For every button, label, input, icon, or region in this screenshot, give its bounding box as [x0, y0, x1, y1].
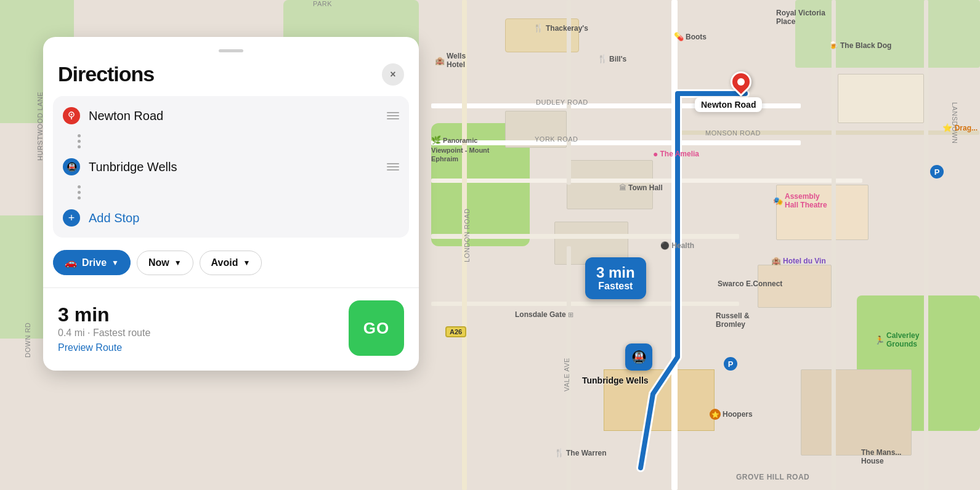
drive-button[interactable]: 🚗 Drive ▼: [53, 250, 131, 275]
avoid-button[interactable]: Avoid ▼: [200, 251, 262, 275]
preview-route-link[interactable]: Preview Route: [58, 342, 150, 353]
add-stop-label: Add Stop: [89, 211, 139, 225]
origin-icon: [63, 107, 80, 124]
route-distance: 0.4 mi · Fastest route: [58, 327, 150, 339]
drive-label: Drive: [82, 257, 107, 268]
route-dots-2: [53, 185, 409, 199]
poi-thackerays[interactable]: 🍴 Thackeray's: [533, 23, 588, 33]
poi-amelia[interactable]: ● The Amelia: [653, 149, 699, 159]
now-label: Now: [148, 257, 169, 268]
poi-lonsdale[interactable]: Lonsdale Gate ⊞: [515, 310, 573, 319]
add-stop-icon: +: [63, 209, 80, 227]
destination-pin-label: Tunbridge Wells: [582, 376, 649, 385]
avoid-chevron-icon: ▼: [243, 259, 250, 267]
drag-handle[interactable]: [219, 49, 243, 52]
now-button[interactable]: Now ▼: [137, 251, 193, 275]
poi-black-dog[interactable]: 🍺 The Black Dog: [828, 41, 891, 50]
drive-icon: 🚗: [65, 257, 77, 268]
route-dots: [53, 134, 409, 148]
poi-warren[interactable]: 🍴 The Warren: [554, 448, 607, 457]
destination-pin[interactable]: 🚇: [625, 343, 652, 371]
route-time: 3 min: [58, 303, 150, 326]
poi-hoopers[interactable]: ⭐ Hoopers: [710, 409, 753, 420]
waypoint-origin[interactable]: Newton Road: [53, 98, 409, 133]
road-badge-a26: A26: [445, 326, 466, 337]
destination-drag-handle[interactable]: [387, 163, 399, 171]
poi-panoramic[interactable]: 🌿 Panoramic Viewpoint - Mount Ephraim: [431, 135, 505, 163]
poi-town-hall[interactable]: 🏛 Town Hall: [619, 183, 663, 192]
go-button[interactable]: GO: [349, 300, 404, 356]
parking-badge-2: P: [724, 357, 737, 371]
poi-swarco[interactable]: Swarco E.Connect: [718, 279, 782, 288]
parking-badge-1: P: [930, 165, 944, 179]
poi-wells-hotel[interactable]: 🏨 WellsHotel: [435, 52, 466, 69]
poi-boots[interactable]: 💊 Boots: [674, 32, 707, 41]
poi-dragon[interactable]: ⭐ Drag...: [942, 123, 980, 132]
poi-health[interactable]: ⚫ Health: [660, 241, 694, 250]
drive-chevron-icon: ▼: [111, 259, 119, 267]
route-result: 3 min 0.4 mi · Fastest route Preview Rou…: [43, 287, 419, 371]
poi-russell[interactable]: Russell &Bromley: [716, 311, 750, 329]
poi-hotel-du-vin[interactable]: 🏨 Hotel du Vin: [771, 256, 826, 265]
route-info: 3 min 0.4 mi · Fastest route Preview Rou…: [58, 303, 150, 353]
destination-name: Tunbridge Wells: [89, 160, 378, 174]
road-label-grove: GROVE HILL ROAD: [736, 473, 809, 481]
directions-panel: Directions × Newton Road: [43, 37, 419, 371]
waypoints-container: Newton Road 🚇 Tunbridge Wells: [53, 96, 409, 238]
poi-mansion[interactable]: The Mans...House: [861, 448, 901, 465]
now-chevron-icon: ▼: [174, 259, 182, 267]
route-time-bubble: 3 min Fastest: [585, 257, 646, 299]
waypoint-destination[interactable]: 🚇 Tunbridge Wells: [53, 150, 409, 184]
poi-calverley[interactable]: 🏃 CalverleyGrounds: [875, 331, 919, 348]
svg-point-1: [71, 114, 73, 116]
add-stop-row[interactable]: + Add Stop: [53, 201, 409, 235]
avoid-label: Avoid: [211, 257, 238, 268]
close-button[interactable]: ×: [382, 63, 404, 86]
origin-name: Newton Road: [89, 109, 378, 123]
origin-pin-label: Newton Road: [695, 97, 762, 112]
poi-assembly-hall[interactable]: 🎭 AssemblyHall Theatre: [773, 192, 827, 209]
panel-header: Directions ×: [43, 62, 419, 96]
origin-drag-handle[interactable]: [387, 112, 399, 119]
poi-royal-victoria[interactable]: Royal VictoriaPlace: [776, 9, 825, 26]
poi-bills[interactable]: 🍴 Bill's: [597, 54, 626, 63]
origin-pin[interactable]: [731, 71, 753, 94]
panel-title: Directions: [58, 62, 154, 86]
destination-icon: 🚇: [63, 158, 80, 175]
transport-controls: 🚗 Drive ▼ Now ▼ Avoid ▼: [43, 250, 419, 287]
